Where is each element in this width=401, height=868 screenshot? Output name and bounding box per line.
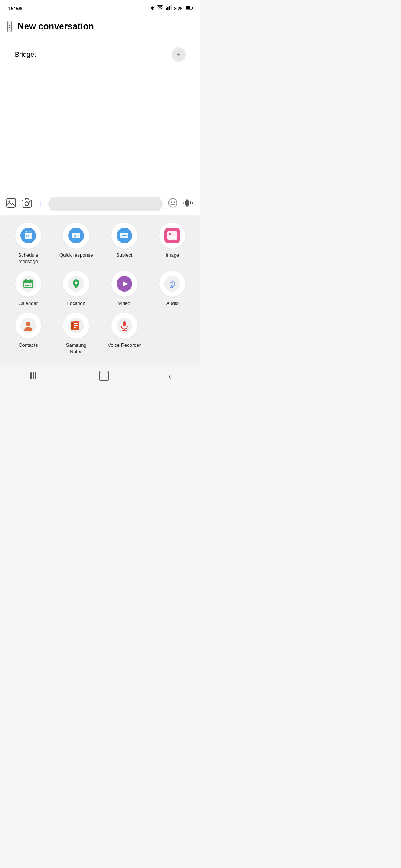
svg-rect-18: [188, 200, 189, 206]
svg-rect-31: [167, 231, 177, 240]
svg-rect-40: [30, 285, 31, 286]
voice-recorder-icon: [111, 313, 137, 339]
samsung-notes-icon: [63, 313, 89, 339]
svg-rect-56: [74, 327, 76, 328]
location-label: Location: [67, 300, 85, 307]
quick-response-icon: [63, 223, 89, 249]
home-square-icon: [99, 371, 109, 381]
contacts-icon: [15, 313, 41, 339]
svg-rect-21: [194, 203, 195, 203]
status-icons: ✱ 80%: [150, 5, 193, 11]
nav-home-button[interactable]: [99, 371, 109, 382]
emoji-icon[interactable]: [168, 198, 177, 210]
bottom-toolbar: +: [0, 193, 200, 215]
svg-rect-20: [192, 202, 193, 204]
nav-menu-button[interactable]: [29, 372, 40, 381]
svg-point-8: [9, 201, 10, 203]
plus-icon: +: [176, 50, 181, 59]
quick-response-label: Quick response: [59, 252, 93, 259]
svg-rect-23: [25, 233, 32, 234]
svg-point-32: [169, 233, 171, 235]
status-bar: 15:59 ✱ 80%: [0, 0, 200, 15]
image-icon: [159, 223, 185, 249]
subject-icon: [111, 223, 137, 249]
svg-point-36: [25, 279, 27, 280]
schedule-message-icon: [15, 223, 41, 249]
attach-item-schedule-message[interactable]: Schedule message: [6, 223, 50, 265]
svg-rect-2: [169, 6, 170, 10]
page-title: New conversation: [17, 21, 94, 32]
status-time: 15:59: [7, 5, 22, 11]
location-icon: [63, 271, 89, 297]
attach-item-audio[interactable]: Audio: [150, 271, 195, 307]
battery-icon: [186, 6, 193, 11]
signal-icon: [166, 5, 172, 11]
svg-point-33: [20, 276, 36, 292]
attach-item-contacts[interactable]: Contacts: [6, 313, 50, 355]
attachment-row-2: Calendar Location Video: [6, 271, 195, 307]
svg-rect-61: [30, 372, 32, 379]
samsung-notes-label: Samsung Notes: [66, 342, 87, 355]
svg-point-37: [30, 279, 31, 280]
bluetooth-icon: ✱: [150, 6, 154, 11]
header: ‹ New conversation: [0, 15, 200, 39]
attach-item-subject[interactable]: Subject: [102, 223, 147, 265]
calendar-label: Calendar: [18, 300, 38, 307]
video-label: Video: [118, 300, 130, 307]
svg-rect-7: [7, 198, 16, 207]
recipient-input[interactable]: [15, 51, 172, 59]
svg-point-42: [75, 281, 78, 284]
message-input[interactable]: [48, 197, 163, 211]
audio-label: Audio: [166, 300, 179, 307]
svg-point-45: [164, 276, 180, 292]
svg-rect-62: [33, 372, 34, 379]
svg-rect-58: [123, 321, 126, 326]
svg-rect-3: [170, 5, 172, 10]
gallery-icon[interactable]: [6, 198, 16, 210]
battery-percent: 80%: [174, 6, 183, 11]
svg-point-24: [26, 231, 27, 233]
calendar-icon: [15, 271, 41, 297]
attach-item-image[interactable]: Image: [150, 223, 195, 265]
attach-item-quick-response[interactable]: Quick response: [54, 223, 99, 265]
attachment-panel: Schedule message Quick response: [0, 215, 200, 365]
svg-rect-54: [74, 323, 78, 324]
attach-item-samsung-notes[interactable]: Samsung Notes: [54, 313, 99, 355]
empty-slot: [150, 313, 195, 355]
svg-rect-15: [183, 202, 184, 204]
video-icon: [111, 271, 137, 297]
contacts-label: Contacts: [19, 342, 38, 349]
svg-rect-39: [27, 285, 29, 286]
image-label: Image: [166, 252, 179, 259]
subject-label: Subject: [116, 252, 132, 259]
attach-item-video[interactable]: Video: [102, 271, 147, 307]
svg-rect-1: [167, 7, 168, 10]
attach-item-location[interactable]: Location: [54, 271, 99, 307]
attach-plus-icon[interactable]: +: [37, 198, 43, 210]
svg-point-10: [25, 202, 29, 206]
attachment-row-1: Schedule message Quick response: [6, 223, 195, 265]
svg-rect-63: [35, 372, 36, 379]
attach-item-voice-recorder[interactable]: Voice Recorder: [102, 313, 147, 355]
add-recipient-button[interactable]: +: [172, 47, 186, 62]
camera-icon[interactable]: [22, 198, 32, 210]
message-area: [0, 66, 200, 193]
nav-back-button[interactable]: ‹: [168, 371, 171, 382]
svg-point-25: [29, 231, 30, 233]
svg-rect-6: [186, 6, 190, 9]
recipient-field: +: [7, 43, 193, 66]
svg-rect-5: [192, 7, 193, 9]
svg-point-12: [169, 199, 177, 207]
svg-rect-29: [122, 235, 127, 236]
audio-icon: [159, 271, 185, 297]
svg-rect-55: [74, 325, 78, 326]
svg-rect-9: [22, 200, 32, 207]
back-button[interactable]: ‹: [7, 21, 12, 32]
svg-rect-19: [190, 201, 191, 204]
svg-point-14: [174, 201, 175, 203]
svg-rect-17: [186, 199, 188, 207]
svg-rect-0: [166, 8, 167, 10]
voice-waveform-icon[interactable]: [183, 198, 195, 210]
attach-item-calendar[interactable]: Calendar: [6, 271, 50, 307]
attachment-row-3: Contacts Samsung Notes: [6, 313, 195, 355]
